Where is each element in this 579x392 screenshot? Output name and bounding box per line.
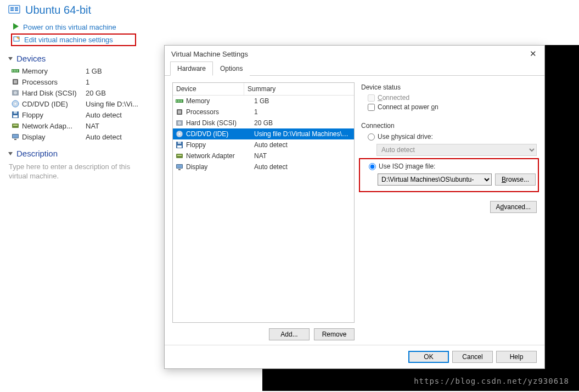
memory-icon [11,66,20,75]
hardware-item[interactable]: Floppy Auto detect [173,139,354,150]
add-button[interactable]: Add... [269,328,310,340]
hardware-item-summary: Auto detect [254,141,352,149]
device-summary: 1 GB [86,67,102,75]
hardware-item[interactable]: Memory 1 GB [173,96,354,107]
hardware-item[interactable]: Display Auto detect [173,161,354,172]
advanced-button[interactable]: Advanced... [490,201,537,213]
hdd-icon [175,119,184,127]
use-iso-input[interactable] [369,163,376,170]
device-row[interactable]: Hard Disk (SCSI) 20 GB [7,87,148,98]
device-name: Network Adap... [22,122,83,130]
svg-rect-3 [15,7,18,9]
device-summary: 20 GB [86,89,106,97]
description-section-title: Description [0,144,148,160]
device-name: Processors [22,78,83,86]
hardware-item-name: Network Adapter [186,152,254,160]
cpu-icon [11,77,20,86]
use-physical-label: Use physical drive: [378,133,433,141]
device-settings-panel: Device status Connected Connect at power… [361,82,537,340]
hardware-item[interactable]: Hard Disk (SCSI) 20 GB [173,117,354,128]
col-summary[interactable]: Summary [244,83,354,95]
edit-settings-label: Edit virtual machine settings [24,36,113,44]
use-iso-radio[interactable]: Use ISO image file: [362,161,536,171]
svg-rect-1 [10,7,14,9]
iso-path-select[interactable]: D:\Virtual Machines\OS\ubuntu- [378,173,492,186]
display-icon [175,163,184,171]
connected-input [368,94,375,102]
description-placeholder[interactable]: Type here to enter a description of this… [0,160,148,181]
browse-button[interactable]: Browse... [495,173,536,186]
vm-summary-panel: Ubuntu 64-bit Power on this virtual mach… [0,0,148,392]
connect-poweron-checkbox[interactable]: Connect at power on [361,103,537,112]
hardware-item-summary: 1 [254,108,352,116]
hardware-list: Device Summary Memory 1 GB Processors 1 … [172,82,355,323]
device-name: CD/DVD (IDE) [22,100,83,108]
device-row[interactable]: Display Auto detect [7,131,148,142]
hardware-item-summary: NAT [254,152,352,160]
hardware-item[interactable]: CD/DVD (IDE) Using file D:\Virtual Machi… [173,128,354,139]
hardware-item-summary: 20 GB [254,119,352,127]
power-on-label: Power on this virtual machine [23,23,116,31]
dialog-footer: OK Cancel Help [165,345,544,368]
device-summary: Auto detect [86,111,122,119]
power-on-link[interactable]: Power on this virtual machine [12,22,136,32]
device-summary: Using file D:\Vi... [86,100,138,108]
connected-checkbox: Connected [361,93,537,103]
floppy-icon [175,141,184,149]
svg-marker-5 [13,23,19,30]
hardware-item-name: Display [186,163,254,171]
tabstrip: Hardware Options [165,61,544,76]
device-row[interactable]: Memory 1 GB [7,65,148,76]
hardware-item-name: CD/DVD (IDE) [186,130,254,138]
connection-title: Connection [361,121,537,132]
iso-highlight-box: Use ISO image file: D:\Virtual Machines\… [359,158,539,192]
hardware-item[interactable]: Network Adapter NAT [173,150,354,161]
cancel-button[interactable]: Cancel [452,351,493,363]
use-physical-radio[interactable]: Use physical drive: [361,132,537,142]
use-physical-input[interactable] [368,133,375,141]
cd-icon [175,130,184,138]
col-device[interactable]: Device [173,83,244,95]
device-row[interactable]: Processors 1 [7,76,148,87]
device-status-title: Device status [361,82,537,93]
hardware-item-summary: Using file D:\Virtual Machines\OS\... [254,130,352,138]
net-icon [175,152,184,160]
hardware-item-name: Memory [186,97,254,105]
device-list: Memory 1 GB Processors 1 Hard Disk (SCSI… [0,65,148,144]
close-icon[interactable]: ✕ [527,49,539,59]
play-icon [12,23,20,32]
ok-button[interactable]: OK [408,351,449,363]
help-button[interactable]: Help [496,351,537,363]
net-icon [11,121,20,130]
remove-button[interactable]: Remove [314,328,355,340]
hdd-icon [11,88,20,97]
memory-icon [175,97,184,105]
hardware-item-name: Floppy [186,141,254,149]
physical-drive-select: Auto detect [376,144,537,156]
dialog-title: Virtual Machine Settings [171,50,248,58]
device-name: Floppy [22,111,83,119]
watermark-text: https://blog.csdn.net/yz930618 [414,377,569,385]
device-row[interactable]: CD/DVD (IDE) Using file D:\Vi... [7,98,148,109]
use-iso-label: Use ISO image file: [379,163,435,170]
svg-rect-4 [15,9,18,11]
device-summary: 1 [86,78,89,86]
connect-poweron-label: Connect at power on [378,103,439,111]
device-row[interactable]: Network Adap... NAT [7,120,148,131]
floppy-icon [11,110,20,119]
device-row[interactable]: Floppy Auto detect [7,109,148,120]
vm-settings-dialog: Virtual Machine Settings ✕ Hardware Opti… [164,45,545,369]
hardware-item-summary: Auto detect [254,163,352,171]
display-icon [11,132,20,141]
hardware-list-header: Device Summary [173,83,354,96]
edit-settings-link[interactable]: Edit virtual machine settings [11,33,136,46]
connect-poweron-input[interactable] [368,104,375,111]
cpu-icon [175,108,184,116]
tab-options[interactable]: Options [213,61,250,76]
device-summary: Auto detect [86,133,122,141]
tab-hardware[interactable]: Hardware [170,61,213,76]
device-name: Display [22,133,83,141]
device-name: Hard Disk (SCSI) [22,89,83,97]
svg-rect-2 [10,9,14,11]
hardware-item[interactable]: Processors 1 [173,107,354,117]
